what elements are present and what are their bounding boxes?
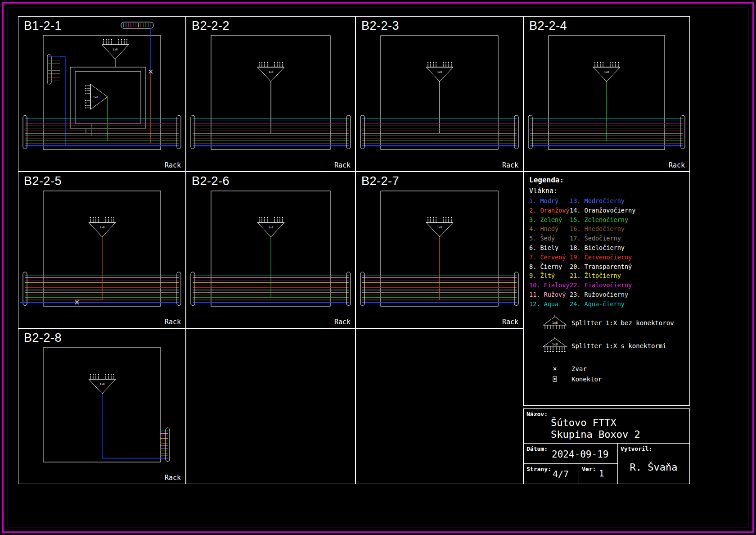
legend-fiber-item: 9. Žltý xyxy=(529,271,570,281)
legend-fiber-item: 24. Aqua-čierny xyxy=(570,299,687,309)
panel-drawing: 1x8 xyxy=(356,17,523,171)
legend-splitter-2-label: Splitter 1:X s konektormi xyxy=(572,342,666,349)
vytvoril-label: Vytvoril: xyxy=(621,445,652,452)
schematic-page: 1x81x8 B1-2-1 Rack 1x8 B2-2-2 Rack 1x8 B… xyxy=(0,0,756,535)
panel-B2-2-3: 1x8 B2-2-3 Rack xyxy=(356,16,523,172)
legend-fiber-item: 7. Červený xyxy=(529,253,570,262)
splitter-icon: 1x8 xyxy=(593,62,620,82)
titleblock-author-cell: Vytvoril: R. Švaňa xyxy=(618,444,689,484)
splitter-icon: 1x8 xyxy=(426,62,453,82)
legend-fiber-item: 2. Oranžový xyxy=(529,206,570,215)
empty-cell xyxy=(186,328,356,484)
datum-label: Dátum: xyxy=(526,445,548,452)
fiber-connector-icon xyxy=(177,272,181,306)
panel-title: B2-2-3 xyxy=(361,19,399,33)
routed-fiber-loop xyxy=(75,72,141,124)
splitter-icon: 1x8 xyxy=(257,62,284,82)
legend-konektor-row: Konektor xyxy=(529,376,687,383)
panel-B2-2-6: 1x8 B2-2-6 Rack xyxy=(186,172,356,328)
rack-label: Rack xyxy=(502,318,518,326)
legend-splitter-row-1: 1x8 Splitter 1:X bez konektorov xyxy=(529,315,687,331)
rack-label: Rack xyxy=(165,474,181,482)
nazov-label: Názov: xyxy=(526,411,548,417)
panel-title: B2-2-7 xyxy=(361,174,399,188)
legend-fiber-item: 15. Zelenočierny xyxy=(570,215,687,225)
splitter-with-connectors-icon: 1x8 xyxy=(538,337,572,355)
splitter-icon: 1x8 xyxy=(426,217,453,237)
svg-text:1x8: 1x8 xyxy=(269,226,274,229)
fiber-connector-icon xyxy=(346,115,351,149)
konektor-icon xyxy=(538,376,572,383)
svg-text:1x8: 1x8 xyxy=(269,70,274,73)
legend-fiber-item: 12. Aqua xyxy=(529,299,570,309)
panel-drawing: 1x8 xyxy=(18,329,185,484)
pages-value: 4/7 xyxy=(553,468,569,479)
strany-label: Strany: xyxy=(526,466,551,472)
panel-title: B1-2-1 xyxy=(24,19,62,33)
fiber-connector-icon xyxy=(191,115,195,149)
rack-label: Rack xyxy=(669,161,685,169)
legend-fiber-item: 1. Modrý xyxy=(529,196,570,206)
titleblock-pages-cell: Strany: 4/7 xyxy=(524,464,579,484)
rack-label: Rack xyxy=(334,318,351,326)
legend-zvar-label: Zvar xyxy=(572,365,587,372)
panel-drawing: 1x8 xyxy=(186,172,355,328)
legend-panel: Legenda: Vlákna: 1. Modrý13. Modročierny… xyxy=(523,172,690,406)
titleblock-version-cell: Ver: 1 xyxy=(579,464,617,484)
splitter-icon: 1x8 xyxy=(89,374,116,394)
svg-text:1x8: 1x8 xyxy=(604,70,609,73)
legend-fiber-list: 1. Modrý13. Modročierny2. Oranžový14. Or… xyxy=(529,196,687,309)
legend-fiber-item: 19. Červenočierny xyxy=(570,253,687,262)
fiber-connector-icon xyxy=(23,272,27,306)
legend-fiber-item: 6. Biely xyxy=(529,243,570,253)
legend-fiber-item: 3. Zelený xyxy=(529,215,570,225)
panel-B2-2-5: 1x8 B2-2-5 Rack xyxy=(18,172,186,328)
legend-fiber-item: 23. Ružovočierny xyxy=(570,290,687,299)
fiber-connector-icon xyxy=(191,272,195,306)
panel-title: B2-2-8 xyxy=(24,331,62,345)
splitter-icon: 1x8 xyxy=(89,217,116,237)
titleblock-date-cell: Dátum: 2024-09-19 xyxy=(524,444,617,464)
legend-fiber-item: 5. Šedý xyxy=(529,234,570,243)
legend-konektor-label: Konektor xyxy=(572,376,602,383)
legend-fiber-item: 21. Žltočierny xyxy=(570,271,687,281)
splitter-no-connectors-icon: 1x8 xyxy=(538,315,572,331)
panel-B2-2-2: 1x8 B2-2-2 Rack xyxy=(186,16,356,172)
svg-text:1x8: 1x8 xyxy=(552,343,558,346)
fiber-connector-icon xyxy=(166,428,170,462)
fiber-bundle xyxy=(23,115,181,149)
panel-B2-2-8: 1x8 B2-2-8 Rack xyxy=(18,328,186,484)
legend-fiber-item: 8. Čierny xyxy=(529,262,570,272)
fiber-connector-icon xyxy=(528,115,532,149)
legend-fiber-item: 13. Modročierny xyxy=(570,196,687,206)
legend-fiber-item: 22. Fialovočierny xyxy=(570,281,687,290)
fiber-connector-icon xyxy=(514,115,518,149)
panel-B2-2-7: 1x8 B2-2-7 Rack xyxy=(356,172,523,328)
fiber-connector-icon xyxy=(360,272,364,306)
project-title: Šútovo FTTX Skupina Boxov 2 xyxy=(551,417,689,440)
svg-text:1x8: 1x8 xyxy=(437,226,442,229)
svg-text:1x8: 1x8 xyxy=(437,70,442,73)
fiber-connector-icon xyxy=(177,115,181,149)
rack-label: Rack xyxy=(165,161,181,169)
svg-text:1x8: 1x8 xyxy=(113,48,118,51)
svg-text:1x8: 1x8 xyxy=(93,95,98,99)
author-value: R. Švaňa xyxy=(618,462,689,473)
rack-label: Rack xyxy=(502,161,518,169)
panel-B2-2-4: 1x8 B2-2-4 Rack xyxy=(523,16,690,172)
diagram-sheet: 1x81x8 B1-2-1 Rack 1x8 B2-2-2 Rack 1x8 B… xyxy=(18,16,690,484)
legend-zvar-row: × Zvar xyxy=(529,365,687,373)
project-title-line2: Skupina Boxov 2 xyxy=(551,429,689,440)
panel-B1-2-1: 1x81x8 B1-2-1 Rack xyxy=(18,16,186,172)
panel-title: B2-2-2 xyxy=(192,19,230,33)
legend-splitter-row-2: 1x8 Splitter 1:X s konektormi xyxy=(529,337,687,355)
svg-text:1x8: 1x8 xyxy=(552,321,558,325)
ver-label: Ver: xyxy=(582,466,596,472)
titleblock-name-row: Názov: Šútovo FTTX Skupina Boxov 2 xyxy=(524,409,689,444)
panel-title: B2-2-5 xyxy=(24,174,62,188)
legend-fiber-item: 18. Bieločierny xyxy=(570,243,687,253)
svg-text:1x8: 1x8 xyxy=(100,226,105,229)
fiber-connector-icon xyxy=(47,54,60,84)
zvar-splice-icon: × xyxy=(553,365,557,373)
rack-label: Rack xyxy=(165,318,181,326)
